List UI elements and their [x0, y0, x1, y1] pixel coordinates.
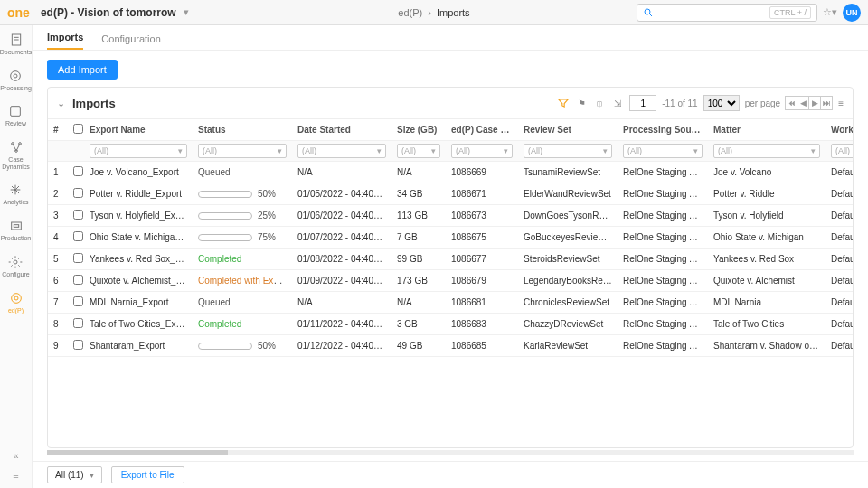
- table-row[interactable]: 6Quixote v. Alchemist_ExportCompleted wi…: [48, 270, 853, 292]
- col-review[interactable]: Review Set: [518, 119, 618, 141]
- pager-first-icon[interactable]: ⏮: [785, 96, 797, 110]
- cell-name[interactable]: Potter v. Riddle_Export: [84, 183, 193, 205]
- sidebar-item-review[interactable]: Review: [5, 104, 26, 127]
- cell-name[interactable]: MDL Narnia_Export: [84, 292, 193, 314]
- export-to-file-button[interactable]: Export to File: [111, 466, 184, 483]
- row-checkbox[interactable]: [73, 231, 83, 241]
- filter-matter[interactable]: (All)▾: [713, 144, 820, 158]
- chevron-down-icon[interactable]: ⌄: [57, 98, 65, 109]
- col-date[interactable]: Date Started: [292, 119, 392, 141]
- sidebar-item-processing[interactable]: Processing: [0, 69, 32, 92]
- select-all-checkbox[interactable]: [73, 124, 83, 134]
- chevron-down-icon[interactable]: ▾: [184, 6, 189, 18]
- tab-imports[interactable]: Imports: [47, 32, 83, 50]
- filter-size[interactable]: (All)▾: [397, 144, 440, 158]
- filter-date[interactable]: (All)▾: [297, 144, 386, 158]
- sidebar-item-analytics[interactable]: Analytics: [3, 183, 28, 206]
- row-checkbox[interactable]: [73, 166, 83, 176]
- filter-name[interactable]: (All)▾: [90, 144, 187, 158]
- workspace-name[interactable]: ed(P) - Vision of tomorrow: [41, 6, 176, 19]
- filter-loc[interactable]: (All)▾: [623, 144, 703, 158]
- table-row[interactable]: 3Tyson v. Holyfield_Export25%01/06/2022 …: [48, 205, 853, 227]
- add-import-button[interactable]: Add Import: [47, 60, 118, 80]
- row-checkbox[interactable]: [73, 340, 83, 350]
- avatar[interactable]: UN: [843, 4, 861, 22]
- table-row[interactable]: 9Shantaram_Export50%01/12/2022 - 04:40AM…: [48, 335, 853, 357]
- cell-num: 8: [48, 314, 68, 335]
- filter-review[interactable]: (All)▾: [524, 144, 612, 158]
- cell-status: Completed: [193, 314, 292, 335]
- sidebar-item-case-dynamics[interactable]: Case Dynamics: [0, 140, 32, 170]
- sidebar-item-documents[interactable]: Documents: [0, 33, 32, 56]
- row-checkbox[interactable]: [73, 318, 83, 328]
- cell-name[interactable]: Tyson v. Holyfield_Export: [84, 205, 193, 227]
- cell-size: 99 GB: [392, 249, 446, 270]
- pager-next-icon[interactable]: ▶: [808, 96, 821, 110]
- perpage-select[interactable]: 100: [703, 95, 740, 111]
- sidebar-item-edp[interactable]: ed(P): [8, 291, 24, 314]
- table-row[interactable]: 4Ohio State v. Michigan_Export75%01/07/2…: [48, 227, 853, 249]
- cell-loc: RelOne Staging Area: [618, 227, 708, 249]
- cell-name[interactable]: Quixote v. Alchemist_Export: [84, 270, 193, 292]
- col-export-name[interactable]: Export Name: [84, 119, 193, 141]
- grid-settings-icon[interactable]: ≡: [838, 99, 844, 108]
- cell-num: 2: [48, 183, 68, 205]
- horizontal-scrollbar[interactable]: [47, 450, 854, 455]
- columns-icon[interactable]: ⎅: [593, 97, 606, 109]
- table-row[interactable]: 5Yankees v. Red Sox_ExportCompleted01/08…: [48, 249, 853, 270]
- filter-case[interactable]: (All)▾: [451, 144, 513, 158]
- sidebar-item-production[interactable]: Production: [1, 219, 31, 242]
- page-input[interactable]: [629, 95, 656, 111]
- breadcrumb-parent[interactable]: ed(P): [398, 7, 422, 18]
- hamburger-icon[interactable]: ≡: [13, 470, 18, 481]
- cell-name[interactable]: Yankees v. Red Sox_Export: [84, 249, 193, 270]
- cell-matter: Quixote v. Alchemist: [708, 270, 826, 292]
- col-matter[interactable]: Matter: [708, 119, 826, 141]
- cell-name[interactable]: Joe v. Volcano_Export: [84, 162, 193, 183]
- collapse-sidebar-icon[interactable]: «: [13, 450, 18, 461]
- favorite-icon[interactable]: ☆▾: [823, 6, 837, 18]
- pager-last-icon[interactable]: ⏭: [820, 96, 833, 110]
- scrollbar-thumb[interactable]: [47, 450, 228, 455]
- row-checkbox[interactable]: [73, 296, 83, 306]
- row-checkbox[interactable]: [73, 210, 83, 220]
- row-checkbox[interactable]: [73, 275, 83, 285]
- col-loc[interactable]: Processing Source Location: [618, 119, 708, 141]
- table-row[interactable]: 7MDL Narnia_ExportQueuedN/AN/A1086681Chr…: [48, 292, 853, 314]
- cell-loc: RelOne Staging Area: [618, 270, 708, 292]
- cell-size: N/A: [392, 292, 446, 314]
- filter-status[interactable]: (All)▾: [198, 144, 287, 158]
- col-size[interactable]: Size (GB): [392, 119, 446, 141]
- table-row[interactable]: 1Joe v. Volcano_ExportQueuedN/AN/A108666…: [48, 162, 853, 183]
- cell-case: 1086679: [446, 270, 518, 292]
- cell-name[interactable]: Shantaram_Export: [84, 335, 193, 357]
- cell-loc: RelOne Staging Area: [618, 205, 708, 227]
- cell-size: 7 GB: [392, 227, 446, 249]
- filter-icon[interactable]: [557, 97, 570, 109]
- row-checkbox[interactable]: [73, 253, 83, 263]
- search-input[interactable]: CTRL + /: [637, 4, 817, 22]
- search-hint: CTRL + /: [769, 6, 811, 19]
- col-ws[interactable]: Workspace: [826, 119, 853, 141]
- expand-icon[interactable]: ⇲: [611, 97, 624, 109]
- cell-name[interactable]: Ohio State v. Michigan_Export: [84, 227, 193, 249]
- col-num[interactable]: #: [48, 119, 68, 141]
- row-checkbox[interactable]: [73, 188, 83, 198]
- progress-pct: 75%: [258, 232, 276, 242]
- col-checkbox[interactable]: [68, 119, 84, 141]
- table-row[interactable]: 2Potter v. Riddle_Export50%01/05/2022 - …: [48, 183, 853, 205]
- pager-prev-icon[interactable]: ◀: [797, 96, 809, 110]
- col-case[interactable]: ed(P) Case Number: [446, 119, 518, 141]
- table-row[interactable]: 8Tale of Two Cities_ExportCompleted01/11…: [48, 314, 853, 335]
- selection-dropdown[interactable]: All (11)▾: [47, 466, 102, 483]
- cell-matter: MDL Narnia: [708, 292, 826, 314]
- col-status[interactable]: Status: [193, 119, 292, 141]
- filter-ws[interactable]: (All)▾: [831, 144, 853, 158]
- flag-icon[interactable]: ⚑: [575, 97, 588, 109]
- sidebar-item-configure[interactable]: Configure: [2, 255, 29, 278]
- tab-configuration[interactable]: Configuration: [101, 33, 160, 50]
- cell-workspace: Default Workspace: [826, 335, 853, 357]
- svg-point-19: [14, 260, 17, 264]
- cell-review: GoBuckeyesReviewSet: [518, 227, 618, 249]
- cell-name[interactable]: Tale of Two Cities_Export: [84, 314, 193, 335]
